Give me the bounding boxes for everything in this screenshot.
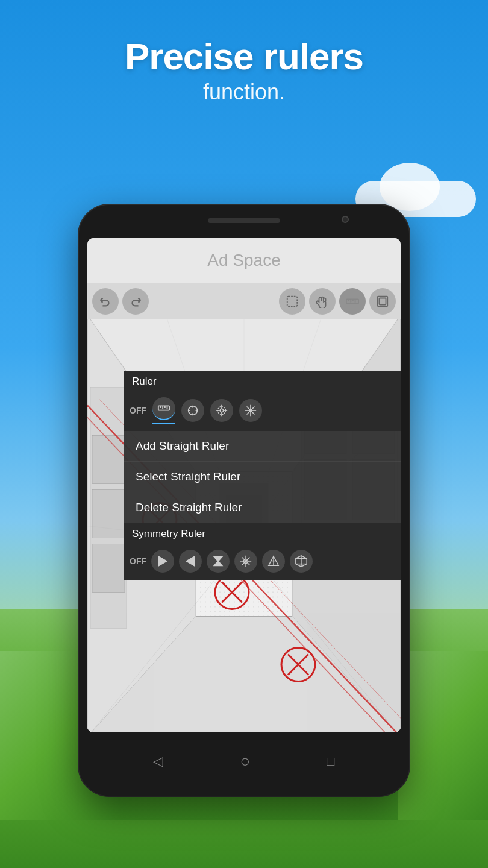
mirror-cross-icon[interactable] xyxy=(207,550,230,573)
title-area: Precise rulers function. xyxy=(0,36,488,105)
app-title-main: Precise rulers xyxy=(0,36,488,77)
svg-point-62 xyxy=(220,409,224,412)
ruler-tool-button[interactable] xyxy=(339,288,366,315)
ruler-menu-items: Add Straight Ruler Select Straight Ruler… xyxy=(124,431,401,523)
svg-marker-74 xyxy=(187,557,195,566)
symmetry-section: Symmetry Ruler OFF xyxy=(124,523,401,580)
svg-rect-0 xyxy=(287,297,298,307)
svg-rect-19 xyxy=(92,490,125,538)
add-straight-ruler-item[interactable]: Add Straight Ruler xyxy=(124,431,401,462)
phone-speaker xyxy=(208,218,280,223)
svg-rect-7 xyxy=(380,298,386,305)
perspective-ruler-icon[interactable] xyxy=(210,399,233,422)
ruler-off-label[interactable]: OFF xyxy=(130,406,146,415)
phone-screen: Ad Space xyxy=(87,238,401,732)
ruler-dropdown-menu: Ruler OFF xyxy=(124,371,401,580)
svg-marker-76 xyxy=(214,561,222,565)
home-button[interactable]: ○ xyxy=(240,752,250,771)
select-straight-ruler-item[interactable]: Select Straight Ruler xyxy=(124,462,401,492)
redo-button[interactable] xyxy=(122,288,149,315)
svg-point-72 xyxy=(249,409,252,412)
select-tool-button[interactable] xyxy=(279,288,305,315)
flowers-right xyxy=(398,651,488,820)
straight-ruler-icon[interactable] xyxy=(152,397,175,420)
recent-button[interactable]: □ xyxy=(327,753,334,769)
symmetry-section-header: Symmetry Ruler xyxy=(124,523,401,545)
undo-button[interactable] xyxy=(92,288,119,315)
ruler-section-header: Ruler xyxy=(124,371,401,392)
delete-straight-ruler-item[interactable]: Delete Straight Ruler xyxy=(124,492,401,523)
phone-camera xyxy=(342,216,349,223)
radial-sym-icon[interactable] xyxy=(234,550,257,573)
symmetry-off-label[interactable]: OFF xyxy=(130,556,146,566)
circle-ruler-icon[interactable] xyxy=(181,399,204,422)
symmetry-icons-row: OFF xyxy=(124,545,401,580)
ad-space: Ad Space xyxy=(87,238,401,283)
drawing-area: Ruler OFF xyxy=(87,319,401,732)
triangle-sym-icon[interactable] xyxy=(262,550,285,573)
svg-rect-18 xyxy=(92,436,125,484)
ad-space-label: Ad Space xyxy=(207,251,280,270)
phone-frame: Ad Space xyxy=(79,205,409,796)
layer-button[interactable] xyxy=(369,288,396,315)
ruler-icons-row: OFF xyxy=(124,392,401,431)
app-title-sub: function. xyxy=(0,80,488,105)
mirror-left-icon[interactable] xyxy=(179,550,202,573)
svg-marker-73 xyxy=(159,557,167,566)
hand-tool-button[interactable] xyxy=(309,288,336,315)
radial-ruler-icon[interactable] xyxy=(239,399,262,422)
mirror-right-icon[interactable] xyxy=(151,550,174,573)
ruler-section: Ruler OFF xyxy=(124,371,401,431)
cube-sym-icon[interactable] xyxy=(290,550,313,573)
phone-bottom-nav: ◁ ○ □ xyxy=(79,732,409,796)
svg-rect-20 xyxy=(92,544,125,593)
back-button[interactable]: ◁ xyxy=(153,753,163,769)
toolbar xyxy=(87,283,401,319)
